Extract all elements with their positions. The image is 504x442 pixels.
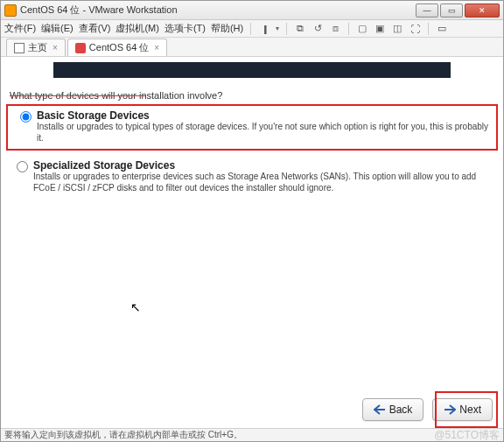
view1-icon[interactable]: ▢ — [356, 23, 368, 35]
status-hint: 要将输入定向到该虚拟机，请在虚拟机内部单击或按 Ctrl+G。 — [4, 429, 242, 441]
arrow-left-icon — [374, 404, 386, 415]
menu-file[interactable]: 文件(F) — [4, 22, 36, 35]
manage-icon[interactable]: ⧈ — [329, 23, 341, 35]
radio-specialized[interactable] — [17, 161, 28, 172]
annotation-highlight-basic: Basic Storage Devices Installs or upgrad… — [6, 104, 498, 151]
app-icon — [4, 4, 17, 17]
option-specialized-title: Specialized Storage Devices — [33, 159, 493, 172]
next-button[interactable]: Next — [432, 398, 493, 421]
tab-vm-label: CentOS 64 位 — [89, 41, 149, 54]
window-title: CentOS 64 位 - VMware Workstation — [20, 4, 414, 17]
vm-icon — [75, 43, 86, 53]
wizard-footer: Back Next — [362, 398, 493, 421]
annotation-strike — [10, 95, 145, 96]
menu-vm[interactable]: 虚拟机(M) — [116, 22, 159, 35]
snapshot-icon[interactable]: ⧉ — [294, 23, 306, 35]
tab-home[interactable]: 主页 × — [6, 39, 66, 56]
option-specialized[interactable]: Specialized Storage Devices Installs or … — [6, 158, 498, 197]
window-titlebar: CentOS 64 位 - VMware Workstation — ▭ ✕ — [1, 1, 503, 20]
close-button[interactable]: ✕ — [465, 4, 500, 18]
menu-tabs[interactable]: 选项卡(T) — [164, 22, 206, 35]
back-button[interactable]: Back — [362, 398, 424, 421]
separator — [250, 23, 251, 35]
menu-help[interactable]: 帮助(H) — [211, 22, 243, 35]
menu-edit[interactable]: 编辑(E) — [41, 22, 74, 35]
next-label: Next — [459, 403, 481, 416]
home-icon — [14, 43, 24, 53]
minimize-button[interactable]: — — [416, 4, 438, 18]
statusbar: 要将输入定向到该虚拟机，请在虚拟机内部单击或按 Ctrl+G。 @51CTO博客 — [1, 428, 503, 441]
cursor-icon: ↖ — [130, 300, 141, 314]
menu-view[interactable]: 查看(V) — [79, 22, 111, 35]
maximize-button[interactable]: ▭ — [440, 4, 463, 18]
option-basic-title: Basic Storage Devices — [37, 109, 489, 122]
tab-vm[interactable]: CentOS 64 位 × — [67, 39, 167, 56]
option-basic[interactable]: Basic Storage Devices Installs or upgrad… — [10, 108, 494, 147]
back-label: Back — [389, 403, 413, 416]
option-basic-desc: Installs or upgrades to typical types of… — [37, 122, 489, 144]
separator — [428, 23, 429, 35]
close-icon[interactable]: × — [154, 43, 159, 53]
tab-home-label: 主页 — [28, 41, 47, 54]
view3-icon[interactable]: ◫ — [391, 23, 403, 35]
installer-banner — [53, 62, 451, 78]
pause-icon[interactable]: || — [258, 23, 270, 35]
tab-row: 主页 × CentOS 64 位 × — [1, 38, 503, 57]
arrow-right-icon — [444, 404, 456, 415]
watermark: @51CTO博客 — [434, 428, 500, 443]
option-specialized-desc: Installs or upgrades to enterprise devic… — [33, 172, 493, 193]
close-icon[interactable]: × — [52, 43, 58, 53]
radio-basic[interactable] — [20, 111, 32, 123]
dropdown-icon[interactable]: ▾ — [276, 25, 279, 32]
separator — [348, 23, 349, 35]
separator — [286, 23, 287, 35]
revert-icon[interactable]: ↺ — [312, 23, 324, 35]
menubar: 文件(F) 编辑(E) 查看(V) 虚拟机(M) 选项卡(T) 帮助(H) ||… — [1, 20, 503, 38]
unity-icon[interactable]: ▭ — [436, 23, 448, 35]
window-controls: — ▭ ✕ — [414, 4, 500, 18]
fullscreen-icon[interactable]: ⛶ — [409, 23, 421, 35]
vm-display[interactable]: What type of devices will your installat… — [1, 62, 503, 433]
view2-icon[interactable]: ▣ — [374, 23, 386, 35]
